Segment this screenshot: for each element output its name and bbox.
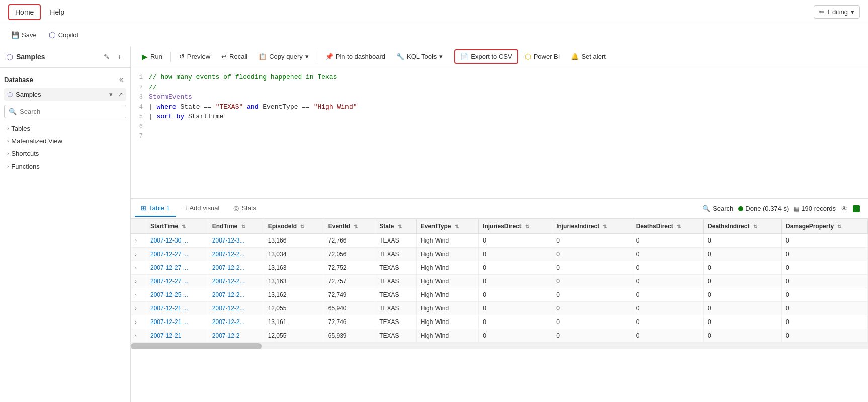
results-table: StartTime ⇅ EndTime ⇅ EpisodeId ⇅ EventI… bbox=[131, 219, 868, 343]
cell-endtime[interactable]: 2007-12-3... bbox=[208, 234, 264, 248]
eye-icon[interactable]: 👁 bbox=[841, 205, 848, 213]
db-selector[interactable]: ⬡ Samples ▾ ↗ bbox=[4, 88, 126, 101]
code-line-4: 4 | where State == "TEXAS" and EventType… bbox=[131, 102, 868, 112]
add-workspace-button[interactable]: + bbox=[115, 51, 124, 62]
db-name-label: Samples bbox=[16, 91, 41, 98]
chevron-down-icon: ▾ bbox=[851, 8, 854, 16]
copilot-button[interactable]: ⬡ Copilot bbox=[44, 28, 83, 42]
col-state[interactable]: State ⇅ bbox=[375, 219, 417, 234]
copy-query-button[interactable]: 📋 Copy query ▾ bbox=[253, 50, 313, 63]
add-visual-label: + Add visual bbox=[184, 204, 219, 212]
cell-deathsindirect: 0 bbox=[704, 261, 782, 275]
add-visual-tab[interactable]: + Add visual bbox=[178, 200, 225, 217]
expand-cell[interactable]: › bbox=[131, 288, 146, 302]
cell-episodeid: 12,055 bbox=[264, 329, 324, 343]
cell-endtime[interactable]: 2007-12-2 bbox=[208, 329, 264, 343]
search-input[interactable] bbox=[20, 108, 122, 115]
cell-endtime[interactable]: 2007-12-2... bbox=[208, 302, 264, 315]
sidebar-item-tables[interactable]: › Tables bbox=[4, 122, 126, 135]
kql-tools-button[interactable]: 🔧 KQL Tools ▾ bbox=[391, 50, 448, 63]
horizontal-scrollbar[interactable] bbox=[131, 343, 868, 349]
col-eventtype[interactable]: EventType ⇅ bbox=[416, 219, 478, 234]
chevron-right-icon: › bbox=[7, 126, 9, 131]
data-table-wrap[interactable]: StartTime ⇅ EndTime ⇅ EpisodeId ⇅ EventI… bbox=[131, 219, 868, 402]
mv-label: Materialized View bbox=[11, 137, 62, 145]
recall-button[interactable]: ↩ Recall bbox=[216, 50, 252, 63]
save-button[interactable]: 💾 Save bbox=[6, 29, 42, 41]
done-badge: Done (0.374 s) bbox=[738, 205, 789, 212]
cell-starttime[interactable]: 2007-12-27 ... bbox=[146, 248, 208, 261]
alert-icon: 🔔 bbox=[571, 53, 579, 60]
nav-items: Home Help bbox=[8, 4, 71, 20]
cell-starttime[interactable]: 2007-12-30 ... bbox=[146, 234, 208, 248]
expand-cell[interactable]: › bbox=[131, 315, 146, 329]
code-line-2: 2 // bbox=[131, 83, 868, 93]
external-link-icon[interactable]: ↗ bbox=[118, 91, 123, 98]
cell-deathsdirect: 0 bbox=[632, 248, 703, 261]
sidebar-item-materialized-view[interactable]: › Materialized View bbox=[4, 135, 126, 147]
cell-state: TEXAS bbox=[375, 261, 417, 275]
main-area: ⬡ Samples ✎ + Database « ⬡ Samples ▾ ↗ 🔍 bbox=[0, 46, 868, 402]
expand-cell[interactable]: › bbox=[131, 329, 146, 343]
cell-starttime[interactable]: 2007-12-21 ... bbox=[146, 315, 208, 329]
sidebar-item-functions[interactable]: › Functions bbox=[4, 160, 126, 173]
col-episodeid[interactable]: EpisodeId ⇅ bbox=[264, 219, 324, 234]
expand-cell[interactable]: › bbox=[131, 261, 146, 275]
col-damageproperty[interactable]: DamageProperty ⇅ bbox=[782, 219, 868, 234]
cell-starttime[interactable]: 2007-12-27 ... bbox=[146, 261, 208, 275]
code-editor[interactable]: 1 // how many events of flooding happene… bbox=[131, 67, 868, 198]
stats-tab[interactable]: ◎ Stats bbox=[227, 200, 263, 217]
edit-workspace-button[interactable]: ✎ bbox=[101, 51, 112, 62]
cell-injdirect: 0 bbox=[479, 234, 552, 248]
expand-cell[interactable]: › bbox=[131, 302, 146, 315]
nav-help[interactable]: Help bbox=[43, 4, 71, 20]
pin-dashboard-button[interactable]: 📌 Pin to dashboard bbox=[320, 50, 390, 63]
cell-endtime[interactable]: 2007-12-2... bbox=[208, 261, 264, 275]
cell-injdirect: 0 bbox=[479, 329, 552, 343]
col-endtime[interactable]: EndTime ⇅ bbox=[208, 219, 264, 234]
col-starttime[interactable]: StartTime ⇅ bbox=[146, 219, 208, 234]
col-injdirect[interactable]: InjuriesDirect ⇅ bbox=[479, 219, 552, 234]
sidebar-item-shortcuts[interactable]: › Shortcuts bbox=[4, 147, 126, 160]
cell-starttime[interactable]: 2007-12-21 ... bbox=[146, 302, 208, 315]
cell-endtime[interactable]: 2007-12-2... bbox=[208, 248, 264, 261]
col-injindirect[interactable]: InjuriesIndirect ⇅ bbox=[552, 219, 632, 234]
separator-3 bbox=[451, 52, 451, 62]
expand-cell[interactable]: › bbox=[131, 248, 146, 261]
dropdown-arrow-icon: ▾ bbox=[439, 53, 443, 60]
cell-starttime[interactable]: 2007-12-27 ... bbox=[146, 275, 208, 288]
cell-starttime[interactable]: 2007-12-21 bbox=[146, 329, 208, 343]
cell-damageproperty: 0 bbox=[782, 234, 868, 248]
nav-home[interactable]: Home bbox=[8, 4, 41, 20]
export-csv-button[interactable]: 📄 Export to CSV bbox=[454, 49, 518, 64]
cell-endtime[interactable]: 2007-12-2... bbox=[208, 315, 264, 329]
search-results-button[interactable]: 🔍 Search bbox=[702, 205, 733, 212]
expand-cell[interactable]: › bbox=[131, 275, 146, 288]
cell-endtime[interactable]: 2007-12-2... bbox=[208, 288, 264, 302]
run-button[interactable]: ▶ Run bbox=[137, 50, 167, 64]
collapse-sidebar-button[interactable]: « bbox=[117, 74, 126, 85]
power-bi-button[interactable]: ⬡ Power BI bbox=[519, 50, 565, 64]
table-row: › 2007-12-21 ... 2007-12-2... 12,055 65,… bbox=[131, 302, 868, 315]
editing-button[interactable]: ✏ Editing ▾ bbox=[814, 5, 860, 19]
expand-cell[interactable]: › bbox=[131, 234, 146, 248]
pencil-icon: ✏ bbox=[819, 8, 825, 16]
cell-starttime[interactable]: 2007-12-25 ... bbox=[146, 288, 208, 302]
set-alert-button[interactable]: 🔔 Set alert bbox=[566, 50, 611, 63]
col-deathsdirect[interactable]: DeathsDirect ⇅ bbox=[632, 219, 703, 234]
code-line-6: 6 bbox=[131, 122, 868, 131]
db-icon: ⬡ bbox=[7, 91, 13, 98]
cell-eventtype: High Wind bbox=[416, 234, 478, 248]
col-eventid[interactable]: EventId ⇅ bbox=[324, 219, 375, 234]
sidebar-header: ⬡ Samples ✎ + bbox=[0, 46, 130, 68]
table-1-tab[interactable]: ⊞ Table 1 bbox=[135, 200, 176, 217]
cell-deathsdirect: 0 bbox=[632, 261, 703, 275]
cell-damageproperty: 0 bbox=[782, 275, 868, 288]
chevron-right-icon: › bbox=[7, 138, 9, 144]
cell-endtime[interactable]: 2007-12-2... bbox=[208, 275, 264, 288]
preview-button[interactable]: ↺ Preview bbox=[174, 50, 215, 63]
query-area: ▶ Run ↺ Preview ↩ Recall 📋 Copy query ▾ … bbox=[131, 46, 868, 402]
stats-icon: ◎ bbox=[233, 204, 239, 212]
scrollbar-thumb[interactable] bbox=[131, 343, 262, 349]
col-deathsindirect[interactable]: DeathsIndirect ⇅ bbox=[704, 219, 782, 234]
